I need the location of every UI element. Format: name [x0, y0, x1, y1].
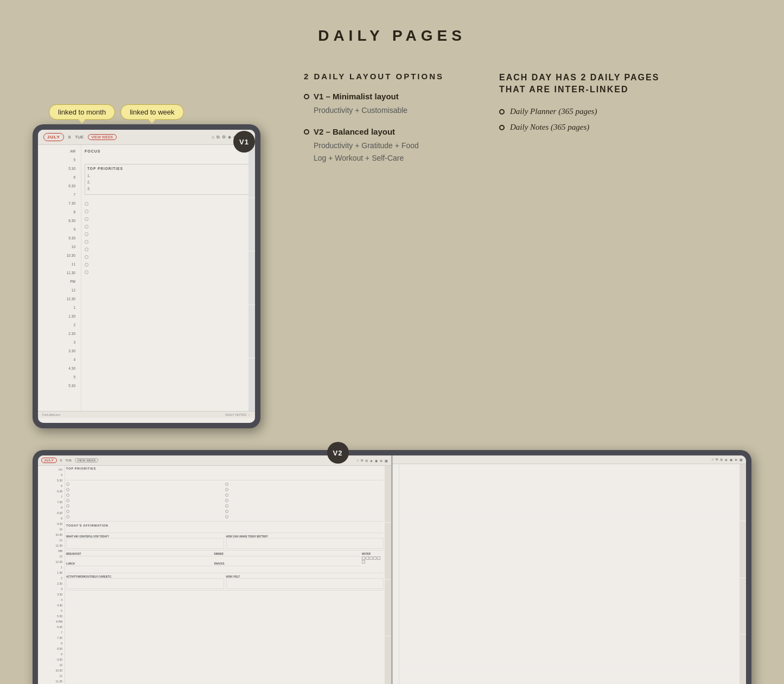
- v2-view-week-btn[interactable]: VIEW WEEK: [75, 458, 98, 463]
- v2-extra-row-3: [66, 601, 384, 607]
- v2-desc-line1: Productivity + Gratitude + Food: [314, 141, 419, 150]
- v2-grateful-col: WHAT AM I GRATEFUL FOR TODAY?: [66, 535, 224, 549]
- note-line-21: [399, 573, 740, 578]
- v2-left-tab-2[interactable]: [385, 523, 391, 579]
- v2-circle-2: [66, 488, 69, 491]
- v2-circle-row-r3: [225, 492, 384, 498]
- v2-notes-lines: [399, 464, 740, 684]
- v2-affirmation-section: TODAY'S AFFIRMATION: [66, 523, 384, 533]
- daily-notes-link-v1[interactable]: DAILY NOTES →: [225, 413, 251, 416]
- v2r-bookmark-icon: ⊕: [735, 458, 737, 461]
- v2-right-tab-4[interactable]: [740, 635, 746, 684]
- note-line-35: [399, 649, 740, 654]
- v2-snacks-col: DINNER SNACKS: [214, 553, 361, 572]
- v2-right-tab-1[interactable]: [740, 464, 746, 521]
- v1-content-column: FOCUS TOP PRIORITIES 1. 2. 3.: [81, 145, 255, 411]
- priority-1: 1.: [87, 173, 249, 179]
- v2-extra-row-1: [66, 591, 384, 596]
- v2-circle-row-7: [66, 514, 225, 520]
- mini-tab-1[interactable]: [248, 145, 255, 198]
- note-line-24: [399, 589, 740, 594]
- v2-6pm-label: 6 PM: [39, 619, 63, 624]
- v2-option-header: V2 – Balanced layout: [304, 127, 477, 136]
- v2-top-priorities-section: TOP PRIORITIES: [66, 467, 384, 480]
- features-section: EACH DAY HAS 2 DAILY PAGES THAT ARE INTE…: [499, 61, 751, 138]
- main-layout: linked to month linked to week V1 JULY 8…: [0, 45, 784, 450]
- v2-circle-row-3: [66, 492, 225, 498]
- mini-tab-2[interactable]: [248, 198, 255, 251]
- v2-layout-option: V2 – Balanced layout Productivity + Grat…: [304, 127, 477, 164]
- view-week-button[interactable]: VIEW WEEK: [88, 134, 116, 140]
- feature-circle-1: [499, 109, 505, 115]
- time-8: 8: [41, 208, 78, 217]
- v2-circle-r2: [225, 488, 228, 491]
- brand-name-v1: ForLittleLion: [42, 413, 60, 416]
- v2-water-box-4: [373, 556, 377, 560]
- v2-option-circle: [304, 129, 309, 135]
- v2-priority-col1: [66, 471, 225, 478]
- day-number: 8: [68, 135, 71, 140]
- v2-circle-row-r7: [225, 514, 384, 520]
- v1-badge: V1: [233, 131, 255, 153]
- task-circle-row: [85, 208, 252, 216]
- v2-priorities-grid: [66, 471, 384, 478]
- v2-right-tab-3[interactable]: [740, 578, 746, 635]
- v2-food-grid: BREAKFAST LUNCH DINNER SNACKS: [66, 553, 384, 572]
- task-circle-row: [85, 200, 252, 208]
- priorities-label: TOP PRIORITIES: [87, 167, 249, 170]
- v2-circle-row-r6: [225, 509, 384, 514]
- mini-tab-4[interactable]: [248, 305, 255, 358]
- v2-pm-label: PM: [39, 548, 63, 554]
- note-line-9: [399, 508, 740, 513]
- v2-right-left-margin: · · · ·: [393, 464, 399, 684]
- task-circle-row: [85, 269, 252, 276]
- v2-right-tab-2[interactable]: [740, 521, 746, 578]
- right-heading-line1: EACH DAY HAS 2 DAILY PAGES: [499, 73, 659, 82]
- day-name: TUE: [75, 135, 84, 140]
- note-line-17: [399, 551, 740, 556]
- feature-circle-2: [499, 125, 505, 130]
- v2-left-mini-tabs: [385, 466, 391, 684]
- note-line-18: [399, 556, 740, 562]
- v2-snacks-label: SNACKS: [214, 562, 361, 566]
- v2r-clock-icon: ◉: [730, 458, 732, 461]
- time-3: 3: [41, 338, 78, 347]
- note-line-33: [399, 638, 740, 643]
- v2-felt-field: [226, 578, 384, 589]
- v2-time-1pm: 1: [39, 565, 63, 570]
- feature-item-planner: Daily Planner (365 pages): [499, 107, 751, 116]
- v2-copy-icon: ⧉: [361, 459, 363, 463]
- note-line-25: [399, 594, 740, 600]
- v2-left-tab-1[interactable]: [385, 466, 391, 522]
- v2-circles-section: [66, 482, 384, 522]
- mini-tab-5[interactable]: [248, 358, 255, 411]
- v2-breakfast-field: [66, 556, 213, 562]
- note-line-13: [399, 529, 740, 535]
- v2-left-tab-3[interactable]: [385, 580, 391, 636]
- margin-dot-1: ·: [394, 465, 398, 471]
- v2-header-icons: ⌂ ⧉ ⚙ ◈ ◉ ⊕ ▦: [356, 459, 388, 463]
- v2-time-9: 9: [39, 516, 63, 521]
- note-line-15: [399, 540, 740, 546]
- v2-extra-time-rows: [66, 591, 384, 612]
- copy-icon: ⧉: [216, 135, 220, 140]
- v2-circle-5: [66, 504, 69, 508]
- mini-tab-3[interactable]: [248, 251, 255, 304]
- feature-text-1: Daily Planner (365 pages): [510, 107, 597, 116]
- v2-left-tab-4[interactable]: [385, 636, 391, 684]
- time-530pm: 5.30: [41, 382, 78, 390]
- note-line-29: [399, 616, 740, 622]
- pm-label: PM: [41, 277, 78, 286]
- v2-circle-r3: [225, 493, 228, 497]
- v2-left-body: AM 5 5.30 6 6.30 7 7.30 8 8.30 9 9.30 10: [38, 466, 391, 684]
- v1-device-section: linked to month linked to week V1 JULY 8…: [33, 104, 282, 428]
- v2-time-430pm: 4.30: [39, 603, 63, 608]
- time-1030: 10.30: [41, 251, 78, 260]
- task-circle-row: [85, 261, 252, 269]
- v2-time-10pm: 10: [39, 662, 63, 668]
- v2r-gear-icon: ⚙: [720, 458, 723, 461]
- note-line-37: [399, 660, 740, 665]
- task-circle-8: [85, 255, 88, 259]
- v2-time-10: 10: [39, 527, 63, 532]
- v2-felt-col: HOW I FELT: [226, 575, 384, 589]
